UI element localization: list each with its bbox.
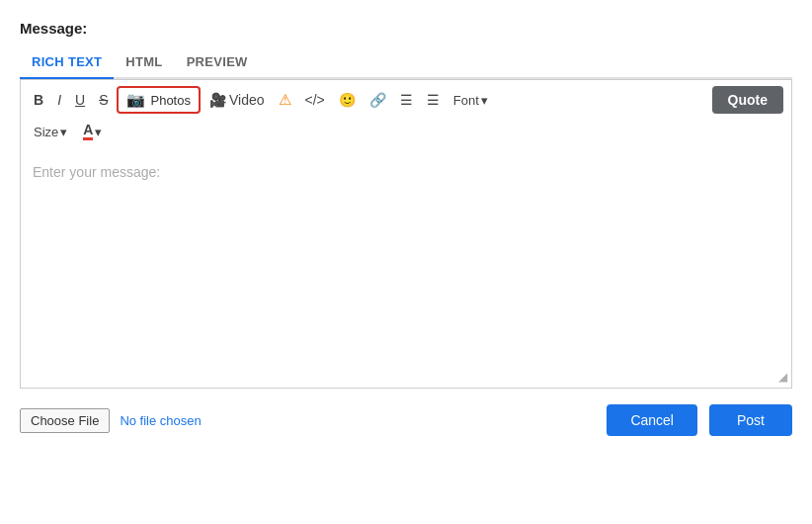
resize-handle-icon[interactable]: ◢ xyxy=(778,370,787,384)
toolbar: B I U S 📷 Photos 🎥 Video ⚠ </> 🙂 xyxy=(20,79,792,151)
cancel-button[interactable]: Cancel xyxy=(607,404,697,436)
video-button[interactable]: 🎥 Video xyxy=(204,89,270,111)
size-label: Size xyxy=(34,125,58,139)
code-icon: </> xyxy=(305,92,325,108)
post-button[interactable]: Post xyxy=(709,404,792,436)
camera-icon: 📷 xyxy=(126,91,145,109)
size-dropdown-button[interactable]: Size ▾ xyxy=(29,122,72,142)
font-label: Font xyxy=(453,93,479,108)
emoji-button[interactable]: 🙂 xyxy=(334,89,361,111)
no-file-label: No file chosen xyxy=(120,413,201,428)
photos-label: Photos xyxy=(150,93,190,108)
editor-placeholder: Enter your message: xyxy=(33,164,160,180)
alert-icon: ⚠ xyxy=(279,91,291,109)
emoji-icon: 🙂 xyxy=(339,92,356,108)
ordered-list-button[interactable]: ☰ xyxy=(395,89,418,111)
photos-button[interactable]: 📷 Photos xyxy=(117,86,200,114)
message-label: Message: xyxy=(20,20,792,37)
editor-area[interactable]: Enter your message: ◢ xyxy=(20,151,792,389)
choose-file-button[interactable]: Choose File xyxy=(20,408,110,433)
video-icon: 🎥 xyxy=(209,92,226,108)
tab-html[interactable]: HTML xyxy=(114,46,174,79)
color-a-label: A xyxy=(83,123,93,140)
bottom-bar: Choose File No file chosen Cancel Post xyxy=(20,404,792,436)
file-area: Choose File No file chosen xyxy=(20,408,202,433)
color-dropdown-icon: ▾ xyxy=(95,125,102,139)
link-icon: 🔗 xyxy=(369,92,386,108)
italic-button[interactable]: I xyxy=(52,89,66,111)
video-label: Video xyxy=(229,92,265,108)
underline-button[interactable]: U xyxy=(70,89,90,111)
font-dropdown-icon: ▾ xyxy=(481,93,488,108)
font-dropdown-button[interactable]: Font ▾ xyxy=(448,90,493,111)
link-button[interactable]: 🔗 xyxy=(365,89,391,111)
strikethrough-button[interactable]: S xyxy=(94,89,113,111)
quote-button[interactable]: Quote xyxy=(712,86,783,114)
bold-button[interactable]: B xyxy=(29,89,48,111)
tabs-container: RICH TEXT HTML PREVIEW xyxy=(20,46,792,79)
ordered-list-icon: ☰ xyxy=(400,92,413,108)
code-button[interactable]: </> xyxy=(300,89,330,111)
color-button[interactable]: A ▾ xyxy=(78,120,107,143)
size-dropdown-icon: ▾ xyxy=(60,125,67,139)
unordered-list-button[interactable]: ☰ xyxy=(422,89,445,111)
alert-button[interactable]: ⚠ xyxy=(274,88,296,112)
tab-preview[interactable]: PREVIEW xyxy=(175,46,260,79)
action-buttons: Cancel Post xyxy=(607,404,792,436)
tab-rich-text[interactable]: RICH TEXT xyxy=(20,46,114,79)
unordered-list-icon: ☰ xyxy=(427,92,440,108)
